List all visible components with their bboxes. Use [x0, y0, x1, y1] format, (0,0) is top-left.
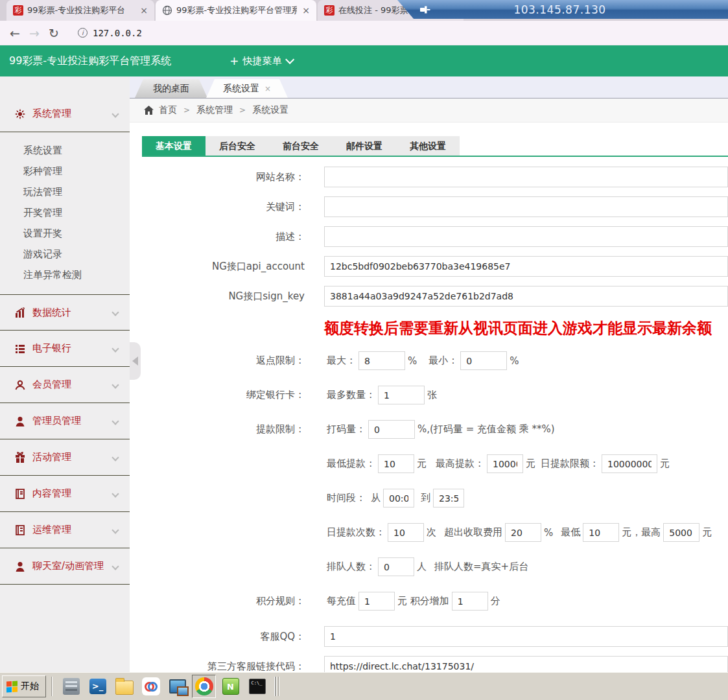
sidebar-section-label: 电子银行 [32, 342, 113, 355]
queue-input[interactable] [378, 557, 414, 576]
member-user-icon [14, 379, 26, 391]
sidebar: 系统管理 系统设置 彩种管理 玩法管理 开奖管理 设置开奖 游戏记录 注单异常检… [0, 76, 130, 672]
taskbar-grip[interactable] [274, 677, 281, 696]
chrome-icon[interactable] [192, 675, 216, 698]
close-workspace-tab-icon[interactable]: × [264, 84, 271, 93]
field-label: 关键词： [130, 201, 324, 213]
tab-basic-settings[interactable]: 基本设置 [142, 136, 205, 156]
sidebar-section-activities[interactable]: 活动管理 [0, 439, 130, 476]
tab-other-settings[interactable]: 其他设置 [396, 136, 460, 156]
pin-icon[interactable] [419, 5, 430, 14]
points-inc-input[interactable] [452, 592, 488, 611]
quick-menu-button[interactable]: + 快捷菜单 [229, 54, 292, 67]
browser-tab-1[interactable]: 彩 99彩票-专业投注购彩平台 × [6, 0, 154, 21]
notepad-plus-icon[interactable]: N [218, 675, 242, 698]
site-info-icon[interactable]: i [78, 28, 88, 38]
desktop-screen: { "remote_bar": { "ip": "103.145.87.130"… [0, 0, 728, 700]
file-explorer-icon[interactable] [112, 675, 136, 698]
start-button[interactable]: 开始 [2, 675, 46, 697]
points-per-input[interactable] [358, 592, 395, 611]
workspace-tab-settings-active[interactable]: 系统设置× [206, 79, 288, 98]
daily-times-input[interactable] [388, 523, 424, 542]
remote-desktop-icon[interactable] [165, 675, 189, 698]
remote-desktop-connection-bar[interactable]: 103.145.87.130 [397, 0, 728, 19]
form-row-daily-times: 日提款次数： 次 超出收取费用 % 最低 元，最高 元 [130, 523, 728, 542]
dama-input[interactable] [368, 420, 415, 439]
sidebar-section-admins[interactable]: 管理员管理 [0, 403, 130, 439]
sidebar-section-operations[interactable]: 运维管理 [0, 512, 130, 548]
sidebar-item-order-anomaly[interactable]: 注单异常检测 [0, 264, 130, 285]
browser-tab-title: 99彩票-专业投注购彩平台管理系 [176, 5, 297, 16]
chevron-down-icon [112, 345, 119, 352]
rings-app-icon[interactable] [139, 675, 163, 698]
sidebar-section-label: 管理员管理 [32, 415, 113, 427]
daily-limit-input[interactable] [602, 454, 657, 473]
form-row-rebate: 返点限制： 最大： % 最小： % [130, 351, 728, 370]
breadcrumb-level1[interactable]: 系统管理 [196, 104, 233, 116]
quota-notice-text: 额度转换后需要重新从视讯页面进入游戏才能显示最新余额 [324, 318, 728, 338]
workspace-tab-label: 我的桌面 [153, 83, 189, 93]
chevron-down-icon [112, 563, 119, 570]
withdraw-max-input[interactable] [487, 454, 523, 473]
sidebar-section-statistics[interactable]: 数据统计 [0, 294, 130, 331]
breadcrumb-separator: > [183, 106, 190, 115]
sidebar-section-contents[interactable]: 内容管理 [0, 476, 130, 512]
time-from-input[interactable] [383, 489, 414, 508]
reload-button-icon[interactable]: ↻ [44, 26, 64, 40]
bank-card-qty-input[interactable] [378, 386, 425, 404]
keywords-input[interactable] [324, 196, 728, 217]
daily-limit-label: 日提款限额： [541, 458, 599, 470]
server-manager-icon[interactable] [59, 675, 83, 698]
sidebar-item-play-methods[interactable]: 玩法管理 [0, 181, 130, 202]
workspace-tab-desktop[interactable]: 我的桌面 [135, 79, 207, 98]
sidebar-section-label: 活动管理 [32, 451, 113, 463]
form-row-site-name: 网站名称： [130, 167, 728, 187]
ng-api-account-input[interactable] [324, 256, 728, 277]
rebate-min-input[interactable] [460, 351, 507, 370]
sidebar-item-lottery-types[interactable]: 彩种管理 [0, 161, 130, 181]
time-to-input[interactable] [433, 489, 464, 508]
yuan-unit: 元 [526, 458, 535, 470]
breadcrumb: 首页 > 系统管理 > 系统设置 [130, 99, 728, 122]
ng-sign-key-input[interactable] [324, 286, 728, 307]
powershell-icon[interactable]: >_ [86, 675, 110, 698]
fee-min-input[interactable] [583, 523, 619, 542]
tab-backend-security[interactable]: 后台安全 [205, 136, 269, 156]
points-unit: 分 [491, 595, 500, 607]
points-per-label: 每充值 [327, 595, 356, 607]
sidebar-item-draw-settings[interactable]: 设置开奖 [0, 223, 130, 244]
site-name-input[interactable] [324, 167, 728, 187]
sidebar-item-game-records[interactable]: 游戏记录 [0, 244, 130, 264]
browser-tab-2-active[interactable]: 99彩票-专业投注购彩平台管理系 × [156, 0, 316, 21]
chevron-down-icon [112, 381, 119, 388]
description-input[interactable] [324, 226, 728, 247]
field-label: 返点限制： [130, 355, 324, 367]
fee-max-input[interactable] [663, 523, 699, 542]
breadcrumb-level2[interactable]: 系统设置 [252, 104, 288, 116]
back-button-icon[interactable]: ← [5, 26, 25, 40]
sidebar-section-ebank[interactable]: 电子银行 [0, 331, 130, 367]
rebate-max-input[interactable] [358, 351, 405, 370]
withdraw-min-label: 最低提款： [327, 458, 375, 470]
tab-mail-settings[interactable]: 邮件设置 [333, 136, 396, 156]
address-bar-url[interactable]: 127.0.0.2 [93, 28, 142, 38]
tab-frontend-security[interactable]: 前台安全 [269, 136, 333, 156]
withdraw-min-input[interactable] [378, 454, 414, 473]
cmd-icon[interactable]: C:\_ [245, 675, 269, 698]
browser-tab-title: 99彩票-专业投注购彩平台 [27, 5, 135, 16]
breadcrumb-home[interactable]: 首页 [159, 104, 177, 116]
close-tab-icon[interactable]: × [139, 5, 149, 16]
sidebar-section-system[interactable]: 系统管理 [0, 96, 130, 132]
service-qq-input[interactable] [324, 626, 728, 647]
sidebar-section-members[interactable]: 会员管理 [0, 367, 130, 403]
sidebar-item-system-settings[interactable]: 系统设置 [0, 140, 130, 161]
sidebar-section-label: 内容管理 [32, 487, 113, 500]
form-row-bank-card: 绑定银行卡： 最多数量： 张 [130, 386, 728, 404]
chat-link-input[interactable] [324, 656, 728, 672]
sidebar-section-chatroom[interactable]: 聊天室/动画管理 [0, 548, 130, 585]
excess-fee-input[interactable] [505, 523, 541, 542]
sidebar-collapse-handle[interactable] [130, 342, 141, 380]
sidebar-item-draw-management[interactable]: 开奖管理 [0, 202, 130, 223]
close-tab-icon[interactable]: × [301, 5, 311, 16]
forward-button-icon[interactable]: → [25, 26, 44, 40]
